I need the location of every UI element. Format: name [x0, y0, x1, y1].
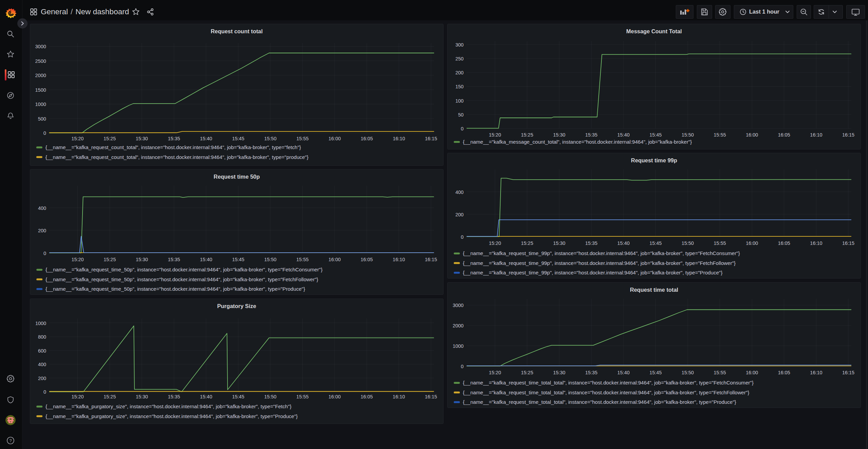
svg-text:?: ? [9, 438, 12, 443]
svg-text:15:40: 15:40 [200, 136, 212, 141]
svg-text:2000: 2000 [453, 323, 464, 328]
svg-text:15:20: 15:20 [71, 136, 84, 141]
svg-text:16:15: 16:15 [425, 394, 437, 399]
svg-text:15:35: 15:35 [585, 370, 597, 375]
svg-text:15:35: 15:35 [168, 136, 180, 141]
svg-text:15:40: 15:40 [617, 132, 630, 138]
svg-text:15:40: 15:40 [200, 394, 212, 399]
svg-text:16:05: 16:05 [778, 132, 790, 138]
svg-text:0: 0 [461, 234, 464, 240]
svg-text:200: 200 [38, 376, 46, 381]
svg-text:16:00: 16:00 [746, 370, 758, 375]
svg-text:15:25: 15:25 [521, 370, 533, 375]
svg-text:16:05: 16:05 [778, 240, 790, 246]
svg-text:{__name__="kafka_request_time_: {__name__="kafka_request_time_total_tota… [463, 380, 754, 385]
svg-text:50: 50 [458, 112, 464, 118]
svg-text:0: 0 [43, 389, 46, 395]
svg-text:16:05: 16:05 [361, 136, 373, 141]
svg-text:15:35: 15:35 [168, 257, 180, 262]
svg-text:15:25: 15:25 [104, 394, 116, 399]
svg-text:0: 0 [461, 126, 464, 131]
svg-text:15:50: 15:50 [682, 240, 694, 246]
svg-text:200: 200 [455, 212, 464, 217]
svg-text:100: 100 [455, 98, 464, 104]
svg-text:15:20: 15:20 [489, 132, 501, 138]
svg-text:{__name__="kafka_request_count: {__name__="kafka_request_count_total", i… [46, 144, 301, 150]
svg-text:15:20: 15:20 [489, 240, 501, 246]
svg-text:1500: 1500 [35, 87, 46, 93]
svg-text:16:10: 16:10 [393, 394, 405, 399]
svg-text:15:25: 15:25 [521, 240, 533, 246]
svg-text:15:45: 15:45 [232, 136, 244, 141]
svg-text:15:55: 15:55 [296, 136, 309, 141]
svg-text:16:15: 16:15 [425, 136, 437, 141]
svg-text:16:10: 16:10 [810, 132, 822, 138]
svg-text:15:50: 15:50 [264, 257, 276, 262]
svg-text:{__name__="kafka_request_time_: {__name__="kafka_request_time_99p", inst… [463, 260, 736, 266]
svg-text:200: 200 [38, 228, 46, 233]
svg-text:3000: 3000 [453, 303, 464, 308]
svg-text:15:30: 15:30 [553, 240, 565, 246]
svg-text:1000: 1000 [35, 321, 46, 326]
svg-text:600: 600 [38, 348, 46, 354]
svg-text:15:30: 15:30 [136, 257, 148, 262]
svg-text:16:15: 16:15 [842, 240, 854, 246]
svg-text:0: 0 [43, 130, 46, 136]
svg-text:16:15: 16:15 [425, 257, 437, 262]
svg-text:{__name__="kafka_purgatory_siz: {__name__="kafka_purgatory_size", instan… [46, 413, 298, 419]
svg-text:400: 400 [455, 190, 464, 195]
svg-text:16:00: 16:00 [328, 257, 341, 262]
svg-text:Message Count Total: Message Count Total [626, 28, 682, 34]
svg-text:250: 250 [455, 56, 464, 61]
svg-text:Request time total: Request time total [630, 287, 678, 293]
svg-text:15:50: 15:50 [264, 136, 276, 141]
svg-text:15:45: 15:45 [649, 132, 662, 138]
svg-text:15:40: 15:40 [200, 257, 212, 262]
svg-text:Request time 50p: Request time 50p [214, 174, 260, 180]
svg-text:15:50: 15:50 [264, 394, 276, 399]
svg-text:2500: 2500 [35, 58, 46, 64]
svg-text:{__name__="kafka_request_time_: {__name__="kafka_request_time_99p", inst… [463, 270, 722, 275]
svg-text:0: 0 [43, 251, 46, 256]
svg-text:16:05: 16:05 [361, 257, 373, 262]
svg-text:200: 200 [455, 70, 464, 75]
svg-text:Request count total: Request count total [211, 28, 263, 34]
svg-text:Request time 99p: Request time 99p [631, 157, 677, 163]
svg-text:16:00: 16:00 [746, 132, 758, 138]
svg-text:15:55: 15:55 [296, 257, 309, 262]
svg-text:16:00: 16:00 [328, 136, 341, 141]
svg-text:400: 400 [38, 205, 46, 211]
svg-text:15:25: 15:25 [104, 257, 116, 262]
svg-text:15:45: 15:45 [232, 257, 244, 262]
svg-text:800: 800 [38, 334, 46, 340]
svg-text:15:50: 15:50 [682, 370, 694, 375]
svg-text:16:15: 16:15 [842, 132, 854, 138]
svg-text:15:55: 15:55 [296, 394, 309, 399]
svg-text:3000: 3000 [35, 44, 46, 49]
svg-text:15:30: 15:30 [135, 136, 148, 141]
svg-text:16:00: 16:00 [328, 394, 341, 399]
svg-text:16:15: 16:15 [842, 370, 854, 375]
svg-text:15:45: 15:45 [649, 370, 662, 375]
svg-text:1000: 1000 [453, 343, 464, 349]
svg-text:{__name__="kafka_request_count: {__name__="kafka_request_count_total", i… [46, 154, 309, 160]
svg-text:15:40: 15:40 [617, 240, 630, 246]
svg-text:15:25: 15:25 [104, 136, 116, 141]
svg-text:500: 500 [38, 116, 46, 122]
svg-text:15:55: 15:55 [714, 132, 726, 138]
svg-text:16:05: 16:05 [778, 370, 790, 375]
svg-text:16:05: 16:05 [361, 394, 373, 399]
svg-text:16:10: 16:10 [810, 240, 822, 246]
svg-text:16:10: 16:10 [810, 370, 822, 375]
svg-text:15:20: 15:20 [72, 394, 84, 399]
svg-text:400: 400 [38, 362, 46, 367]
svg-text:2000: 2000 [35, 73, 46, 78]
svg-text:15:50: 15:50 [682, 132, 694, 138]
svg-text:15:45: 15:45 [649, 240, 662, 246]
svg-text:15:55: 15:55 [714, 370, 726, 375]
svg-text:15:30: 15:30 [553, 132, 565, 138]
svg-text:15:25: 15:25 [521, 132, 533, 138]
svg-text:{__name__="kafka_request_time_: {__name__="kafka_request_time_99p", inst… [463, 250, 740, 256]
svg-text:15:35: 15:35 [168, 394, 180, 399]
svg-text:{__name__="kafka_request_time_: {__name__="kafka_request_time_50p", inst… [46, 276, 318, 282]
